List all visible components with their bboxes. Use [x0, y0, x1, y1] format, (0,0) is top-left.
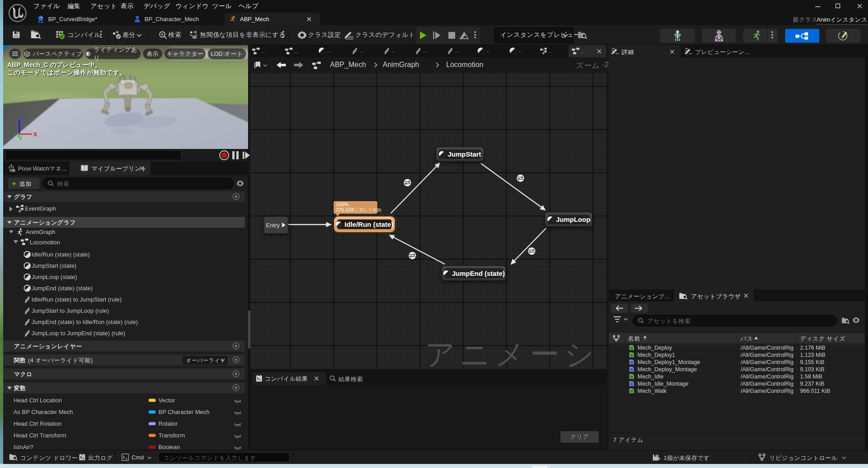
svg-text:Y: Y [18, 135, 23, 141]
svg-text:Z: Z [21, 116, 24, 123]
svg-text:X: X [33, 131, 37, 138]
svg-text:...: ... [518, 48, 522, 53]
svg-text:...: ... [581, 49, 585, 54]
svg-text:...: ... [392, 49, 396, 54]
svg-text:...: ... [423, 49, 427, 54]
svg-text:...: ... [360, 49, 364, 54]
svg-text:...: ... [327, 48, 331, 53]
svg-text:...: ... [294, 49, 298, 54]
svg-text:...: ... [455, 49, 459, 54]
svg-text:...: ... [486, 48, 490, 53]
svg-text:...: ... [548, 49, 552, 54]
svg-text:...: ... [261, 49, 265, 54]
